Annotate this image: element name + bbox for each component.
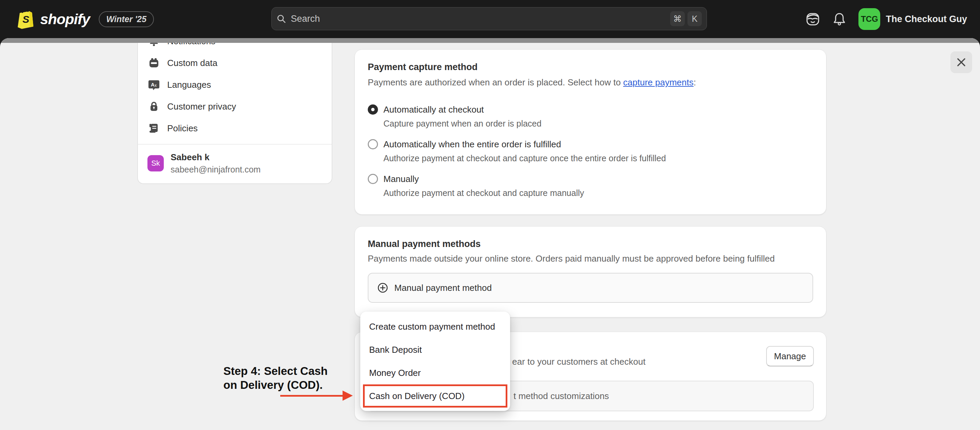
sidebar-item-customer-privacy[interactable]: Customer privacy [138, 95, 332, 117]
radio-option-automatic-fulfilled[interactable]: Automatically when the entire order is f… [368, 138, 813, 150]
capture-payments-link[interactable]: capture payments [623, 77, 694, 87]
bell-icon [832, 12, 846, 26]
option-description: Authorize payment at checkout and captur… [383, 154, 813, 163]
shopify-bag-icon: S [15, 8, 36, 31]
sidekick-face-icon [805, 11, 821, 27]
settings-modal: Notifications Custom data Ax Languages [0, 38, 980, 430]
settings-sidebar: Notifications Custom data Ax Languages [137, 43, 332, 184]
shopify-logo[interactable]: S shopify [15, 8, 90, 31]
sidebar-item-label: Notifications [167, 43, 216, 47]
option-description: Capture payment when an order is placed [383, 119, 813, 129]
lock-icon [148, 101, 160, 112]
store-name[interactable]: The Checkout Guy [886, 14, 967, 24]
close-button[interactable] [950, 51, 972, 73]
scrolled-content-strip [0, 38, 980, 43]
search-placeholder: Search [291, 14, 667, 24]
annotation-line-2: on Delivery (COD). [223, 378, 353, 392]
search-input[interactable]: Search ⌘ K [271, 7, 707, 30]
option-description: Authorize payment at checkout and captur… [383, 188, 813, 198]
sidebar-item-languages[interactable]: Ax Languages [138, 74, 332, 95]
close-icon [956, 57, 967, 68]
policy-icon [148, 122, 160, 134]
command-key-badge: ⌘ [670, 11, 685, 26]
dropdown-item-cash-on-delivery[interactable]: Cash on Delivery (COD) [363, 384, 508, 408]
manual-payment-method-label: Manual payment method [394, 283, 492, 293]
radio-unselected-icon[interactable] [368, 174, 378, 184]
radio-option-manually[interactable]: Manually [368, 173, 813, 185]
profile-email: sabeeh@ninjafront.com [170, 165, 261, 175]
dropdown-item-bank-deposit[interactable]: Bank Deposit [360, 338, 510, 361]
manual-payment-method-button[interactable]: Manual payment method [368, 273, 813, 303]
card-title: Payment capture method [368, 62, 813, 73]
sidebar-item-notifications[interactable]: Notifications [138, 43, 332, 52]
sidebar-item-label: Languages [167, 79, 211, 90]
sidebar-item-label: Custom data [167, 58, 217, 68]
shopify-admin-screen: S shopify Winter '25 Search ⌘ K [0, 0, 980, 430]
sidebar-item-label: Customer privacy [167, 102, 236, 112]
payment-capture-card: Payment capture method Payments are auth… [355, 49, 826, 215]
winter-editions-badge[interactable]: Winter '25 [99, 11, 154, 27]
card-description: Payments made outside your online store.… [368, 254, 813, 264]
sidekick-button[interactable] [803, 10, 822, 29]
annotation-line-1: Step 4: Select Cash [223, 364, 353, 378]
customizations-box-fragment: t method customizations [514, 391, 609, 401]
top-right-actions: TCG The Checkout Guy [803, 0, 967, 38]
profile-name: Sabeeh k [170, 152, 261, 163]
svg-text:S: S [22, 14, 29, 25]
manage-button[interactable]: Manage [766, 346, 814, 367]
card-description: Payments are authorized when an order is… [368, 77, 813, 88]
customizations-description-fragment: ear to your customers at checkout [512, 357, 646, 367]
svg-text:x: x [154, 83, 157, 88]
sidebar-profile[interactable]: Sk Sabeeh k sabeeh@ninjafront.com [138, 144, 332, 182]
user-avatar: Sk [148, 155, 164, 171]
sidebar-item-policies[interactable]: Policies [138, 117, 332, 139]
card-title: Manual payment methods [368, 239, 813, 249]
store-avatar[interactable]: TCG [858, 8, 880, 30]
annotation-arrow [280, 395, 344, 397]
search-icon [277, 14, 286, 24]
description-prefix: Payments are authorized when an order is… [368, 77, 623, 87]
step-annotation: Step 4: Select Cash on Delivery (COD). [223, 364, 353, 392]
sidebar-nav-list: Notifications Custom data Ax Languages [138, 43, 332, 139]
manual-payment-methods-card: Manual payment methods Payments made out… [355, 226, 826, 317]
description-suffix: : [694, 77, 696, 87]
sidebar-item-custom-data[interactable]: Custom data [138, 52, 332, 74]
dropdown-item-create-custom[interactable]: Create custom payment method [360, 315, 510, 338]
radio-selected-icon[interactable] [368, 105, 378, 115]
svg-text:A: A [151, 82, 154, 87]
k-key-badge: K [687, 11, 702, 26]
shopify-wordmark: shopify [40, 11, 90, 27]
notifications-button[interactable] [830, 10, 849, 29]
radio-option-automatic-checkout[interactable]: Automatically at checkout [368, 103, 813, 116]
translate-icon: Ax [148, 79, 160, 90]
toolbox-icon [148, 57, 160, 69]
manual-payment-dropdown: Create custom payment method Bank Deposi… [360, 312, 510, 411]
top-bar: S shopify Winter '25 Search ⌘ K [0, 0, 980, 38]
capture-options: Automatically at checkout Capture paymen… [368, 103, 813, 198]
annotation-arrowhead-icon [342, 390, 353, 401]
dropdown-item-money-order[interactable]: Money Order [360, 361, 510, 384]
sidebar-item-label: Policies [167, 123, 198, 134]
plus-circle-icon [377, 282, 388, 293]
bell-icon [148, 43, 160, 47]
radio-unselected-icon[interactable] [368, 139, 378, 149]
